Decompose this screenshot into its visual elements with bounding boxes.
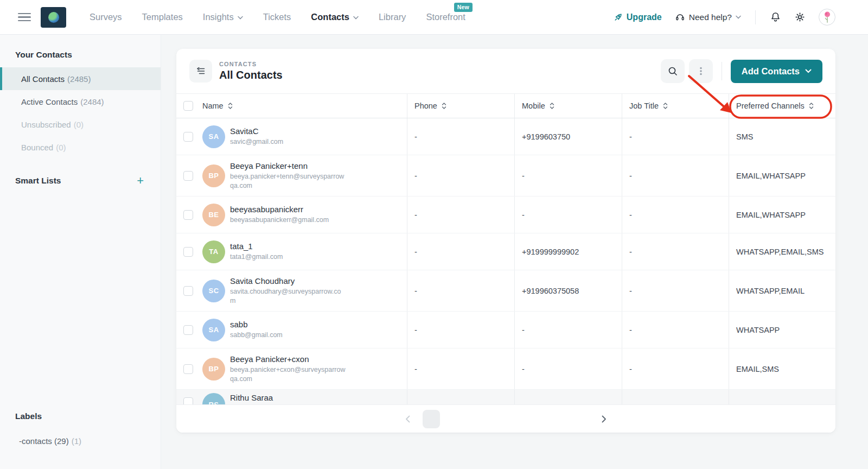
- sidebar: Your Contacts All Contacts (2485) Active…: [0, 35, 161, 469]
- app-logo[interactable]: [41, 7, 66, 28]
- sort-icon: [550, 102, 554, 110]
- hamburger-menu-icon[interactable]: [18, 13, 31, 22]
- preferred-channels-cell: WHATSAPP,EMAIL,SMS: [729, 233, 835, 270]
- mobile-cell: -: [514, 312, 622, 348]
- nav-item[interactable]: Library: [379, 12, 406, 22]
- user-avatar[interactable]: [819, 9, 835, 26]
- select-all-checkbox[interactable]: [183, 101, 193, 111]
- sidebar-item-label: All Contacts: [21, 74, 65, 84]
- row-checkbox[interactable]: [183, 325, 193, 335]
- rocket-icon: [613, 12, 623, 22]
- divider: [755, 10, 756, 24]
- table-row[interactable]: BE beeyasabupanickerr beeyasabupanickerr…: [176, 197, 835, 233]
- contact-email: sabb@gmail.com: [230, 331, 283, 340]
- column-header-phone[interactable]: Phone: [407, 94, 514, 118]
- phone-cell: -: [407, 197, 514, 233]
- label-item[interactable]: -contacts (29) (1): [0, 430, 161, 452]
- avatar: BP: [202, 164, 225, 187]
- avatar: SA: [202, 125, 225, 148]
- row-checkbox[interactable]: [183, 286, 193, 296]
- mobile-cell: -: [514, 348, 622, 389]
- sidebar-item-label: Unsubscribed: [21, 120, 71, 129]
- column-header-preferred-channels[interactable]: Preferred Channels: [729, 94, 835, 118]
- notifications-bell-icon[interactable]: [770, 11, 781, 23]
- contact-name: Rithu Saraa: [230, 393, 273, 402]
- nav-item[interactable]: Templates: [142, 12, 183, 22]
- mobile-cell: +919960375058: [514, 270, 622, 311]
- settings-gear-icon[interactable]: [794, 11, 806, 23]
- column-header-job-title[interactable]: Job Title: [622, 94, 729, 118]
- preferred-channels-cell: EMAIL,SMS: [729, 348, 835, 389]
- row-checkbox[interactable]: [183, 247, 193, 257]
- pagination-page[interactable]: [497, 410, 515, 428]
- collapse-list-icon: [195, 66, 206, 77]
- pagination-next-icon[interactable]: [597, 412, 611, 426]
- table-row[interactable]: SC Savita Choudhary savita.choudhary@sur…: [176, 270, 835, 312]
- chevron-down-icon: [238, 16, 243, 20]
- table-row[interactable]: SA SavitaC savic@gmail.com - +9199603750…: [176, 118, 835, 155]
- job-title-cell: -: [622, 155, 729, 196]
- nav-item[interactable]: Tickets: [263, 12, 291, 22]
- mobile-cell: +9199603750: [514, 118, 622, 155]
- nav-item-label: Contacts: [311, 12, 349, 22]
- column-header-name[interactable]: Name: [202, 94, 407, 118]
- table-header: Name Phone Mobile Job Title Preferred Ch…: [176, 93, 835, 118]
- contact-email: savic@gmail.com: [230, 137, 283, 147]
- chevron-down-icon: [353, 16, 359, 20]
- navbar-right: Upgrade Need help?: [613, 9, 835, 26]
- table-row[interactable]: BP Beeya Panicker+cxon beeya.panicker+cx…: [176, 348, 835, 390]
- job-title-cell: -: [622, 270, 729, 311]
- need-help-button[interactable]: Need help?: [675, 12, 741, 22]
- sidebar-filter-item[interactable]: All Contacts (2485): [0, 67, 161, 90]
- nav-item[interactable]: Insights: [203, 12, 243, 22]
- nav-item[interactable]: Surveys: [90, 12, 122, 22]
- phone-cell: -: [407, 270, 514, 311]
- phone-cell: -: [407, 118, 514, 155]
- avatar: BP: [202, 358, 225, 381]
- sidebar-item-count: (2485): [67, 74, 91, 84]
- row-checkbox[interactable]: [183, 171, 193, 181]
- pagination-page[interactable]: [423, 410, 440, 428]
- pagination-prev-icon[interactable]: [401, 412, 415, 426]
- nav-item-label: Surveys: [90, 12, 122, 22]
- more-options-button[interactable]: [689, 59, 713, 83]
- upgrade-button[interactable]: Upgrade: [613, 12, 662, 22]
- job-title-cell: -: [622, 312, 729, 348]
- row-checkbox[interactable]: [183, 364, 193, 374]
- preferred-channels-cell: WHATSAPP,EMAIL: [729, 270, 835, 311]
- mobile-cell: +919999999902: [514, 233, 622, 270]
- sidebar-item-label: Bounced: [21, 143, 53, 152]
- contacts-card: CONTACTS All Contacts Add Contacts: [176, 49, 835, 433]
- pagination-page[interactable]: [572, 410, 590, 428]
- add-contacts-button[interactable]: Add Contacts: [731, 60, 822, 83]
- table-row[interactable]: BP Beeya Panicker+tenn beeya.panicker+te…: [176, 155, 835, 197]
- nav-item[interactable]: Contacts: [311, 12, 359, 22]
- table-row[interactable]: RS Rithu Saraa: [176, 390, 835, 404]
- row-checkbox[interactable]: [183, 210, 193, 220]
- pagination-page[interactable]: [473, 410, 490, 428]
- table-row[interactable]: SA sabb sabb@gmail.com - - - WHATSAPP: [176, 312, 835, 348]
- pagination-page[interactable]: [448, 410, 465, 428]
- main-nav: Surveys Templates Insights Tickets Conta…: [90, 12, 465, 22]
- sidebar-filter-item[interactable]: Active Contacts (2484): [0, 90, 161, 113]
- headset-icon: [675, 12, 685, 22]
- search-button[interactable]: [661, 59, 685, 83]
- sidebar-filter-item[interactable]: Bounced (0): [0, 136, 161, 159]
- collapse-list-button[interactable]: [189, 60, 212, 83]
- mobile-cell: -: [514, 197, 622, 233]
- contact-name: Savita Choudhary: [230, 276, 346, 286]
- table-row[interactable]: TA tata_1 tata1@gmail.com - +91999999990…: [176, 233, 835, 270]
- contact-name: sabb: [230, 320, 283, 329]
- row-checkbox[interactable]: [183, 132, 193, 142]
- column-header-mobile[interactable]: Mobile: [514, 94, 622, 118]
- nav-item[interactable]: Storefront New: [426, 12, 465, 22]
- contact-email: beeya.panicker+tenn@surveysparrowqa.com: [230, 172, 346, 191]
- avatar: BE: [202, 204, 225, 226]
- nav-item-label: Tickets: [263, 12, 291, 22]
- phone-cell: [407, 390, 514, 404]
- add-smart-list-button[interactable]: +: [137, 175, 144, 187]
- row-checkbox[interactable]: [183, 397, 193, 404]
- avatar: SA: [202, 319, 225, 341]
- sidebar-filter-item[interactable]: Unsubscribed (0): [0, 113, 161, 136]
- pagination-page[interactable]: [522, 410, 540, 428]
